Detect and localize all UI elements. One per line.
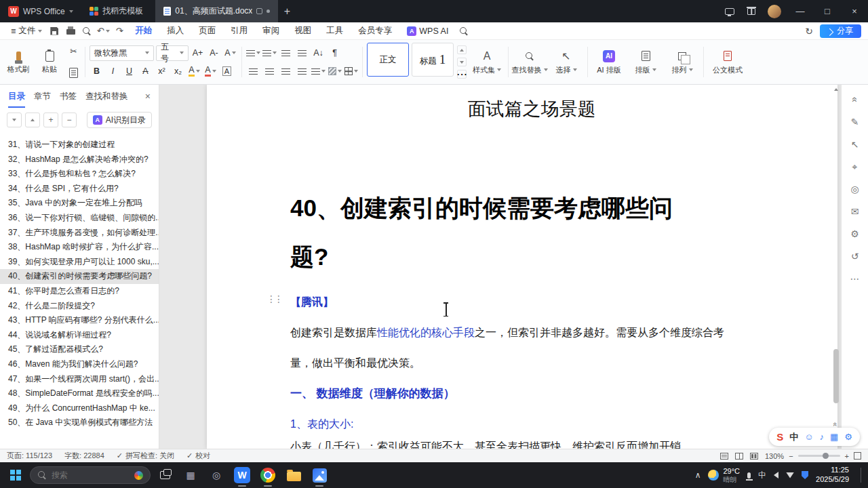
toc-expand-button[interactable]: + xyxy=(43,113,58,127)
clear-format-button[interactable]: A xyxy=(223,46,237,60)
tab-review[interactable]: 审阅 xyxy=(255,22,287,40)
settings-tool-icon[interactable]: ⚙ xyxy=(848,227,862,241)
highlight-color-button[interactable]: A xyxy=(187,64,201,79)
select-tool-icon[interactable]: ↖ xyxy=(848,138,862,151)
style-scroll-down-button[interactable] xyxy=(457,58,467,66)
tab-find-replace[interactable]: 查找和替换 xyxy=(85,91,128,102)
toc-item[interactable]: 43、HTTP 响应码有哪些? 分别代表什么... xyxy=(0,313,159,328)
toc-item[interactable]: 47、如果一个线程两次调用 start()，会出... xyxy=(0,372,159,387)
inline-link[interactable]: 性能优化的核心手段 xyxy=(377,327,475,338)
align-center-button[interactable] xyxy=(262,64,277,79)
ai-recognize-toc-button[interactable]: A AI识别目录 xyxy=(87,112,152,128)
volume-icon[interactable] xyxy=(774,472,778,479)
copy-button[interactable] xyxy=(66,66,81,80)
subscript-button[interactable]: x₂ xyxy=(171,64,185,79)
style-body[interactable]: 正文 xyxy=(367,43,409,77)
undo-button[interactable]: ↶ xyxy=(95,24,111,39)
toc-filter-button[interactable] xyxy=(7,113,22,127)
tab-member[interactable]: 会员专享 xyxy=(351,22,399,40)
page-view-icon[interactable] xyxy=(720,453,728,460)
show-desktop-button[interactable] xyxy=(861,468,861,483)
document-page[interactable]: 面试篇之场景题 40、创建索引的时候需要考虑哪些问 题? 【腾讯】 创建索引是数… xyxy=(207,85,837,449)
font-color-button[interactable]: A xyxy=(203,64,218,79)
font-size-select[interactable]: 五号 xyxy=(156,45,189,61)
tab-chapters[interactable]: 章节 xyxy=(34,91,51,102)
annotate-pen-icon[interactable]: ✎ xyxy=(848,115,862,129)
tab-insert[interactable]: 插入 xyxy=(159,22,191,40)
toc-item[interactable]: 40、创建索引的时候需要考虑哪些问题? xyxy=(0,269,159,284)
emoji-picker-icon[interactable]: ☺ xyxy=(804,432,813,442)
wps-writer-app[interactable]: W xyxy=(231,464,254,487)
align-left-button[interactable] xyxy=(246,64,260,79)
maximize-button[interactable]: □ xyxy=(814,0,841,22)
style-gallery-more-button[interactable]: ⋯ xyxy=(457,70,467,79)
bullet-list-button[interactable] xyxy=(246,46,260,60)
font-family-select[interactable]: 微软雅黑 xyxy=(90,45,154,61)
align-right-button[interactable] xyxy=(279,64,293,79)
toc-item[interactable]: 41、你平时是怎么查看日志的? xyxy=(0,284,159,299)
format-painter-button[interactable]: 格式刷 xyxy=(4,43,33,81)
bold-button[interactable]: B xyxy=(90,64,104,79)
tab-tools[interactable]: 工具 xyxy=(319,22,351,40)
close-button[interactable]: × xyxy=(841,0,868,22)
fit-page-icon[interactable] xyxy=(854,452,861,460)
double-page-view-icon[interactable] xyxy=(735,453,743,460)
find-replace-button[interactable]: 查找替换 xyxy=(513,43,547,81)
tab-wps-ai[interactable]: A WPS AI xyxy=(399,22,456,40)
cut-button[interactable]: ✂ xyxy=(66,44,81,58)
paragraph-mark-button[interactable]: ¶ xyxy=(328,46,342,60)
sogou-logo-icon[interactable]: S xyxy=(776,431,783,443)
numbered-list-button[interactable] xyxy=(262,46,277,60)
toc-item[interactable]: 35、Java 中的对象一定在堆上分配吗 xyxy=(0,196,159,211)
print-preview-button[interactable] xyxy=(79,24,95,39)
shading-button[interactable] xyxy=(328,64,342,79)
paste-button[interactable]: 粘贴 xyxy=(35,43,64,81)
paragraph-drag-handle[interactable]: ⋮⋮ xyxy=(267,293,281,304)
share-button[interactable]: 分享 xyxy=(820,24,861,38)
zoom-in-button[interactable]: + xyxy=(845,452,849,460)
close-pane-button[interactable]: × xyxy=(145,91,151,102)
clock[interactable]: 11:25 2025/5/29 xyxy=(816,466,849,485)
toc-item[interactable]: 33、什么是拆包和粘包？怎么解决? xyxy=(0,167,159,182)
toc-locate-button[interactable] xyxy=(25,113,40,127)
toc-item[interactable]: 46、Maven 能为我们解决什么问题? xyxy=(0,357,159,372)
toc-collapse-button[interactable]: − xyxy=(62,113,77,127)
tab-page[interactable]: 页面 xyxy=(191,22,223,40)
soft-keyboard-icon[interactable]: ▦ xyxy=(830,432,838,442)
select-button[interactable]: ↖ 选择 xyxy=(549,43,583,81)
word-count[interactable]: 字数: 22884 xyxy=(64,451,104,461)
user-avatar[interactable] xyxy=(768,5,781,18)
tab-bookmarks[interactable]: 书签 xyxy=(60,91,77,102)
task-view-button[interactable] xyxy=(153,464,176,487)
proofread-tool-icon[interactable]: ◎ xyxy=(848,182,862,196)
web-view-icon[interactable] xyxy=(750,453,758,460)
strikethrough-button[interactable]: A xyxy=(138,64,153,79)
network-icon[interactable] xyxy=(786,472,794,479)
file-explorer-app[interactable] xyxy=(282,464,305,487)
superscript-button[interactable]: x² xyxy=(155,64,169,79)
scrollbar-thumb[interactable] xyxy=(833,349,839,403)
ime-toolbox-icon[interactable]: ⚙ xyxy=(844,432,852,442)
app-icon-1[interactable]: ▦ xyxy=(179,464,202,487)
weather-widget[interactable]: 29°C晴朗 xyxy=(708,467,740,483)
app-icon-2[interactable]: ◎ xyxy=(205,464,228,487)
redo-button[interactable]: ↷ xyxy=(111,24,127,39)
toc-item[interactable]: 42、什么是二阶段提交? xyxy=(0,299,159,314)
save-button[interactable] xyxy=(46,24,62,39)
zoom-slider[interactable] xyxy=(798,455,840,457)
sort-button[interactable]: A↓ xyxy=(311,46,326,60)
zoom-out-button[interactable]: − xyxy=(789,452,793,460)
increase-font-button[interactable]: A+ xyxy=(191,46,205,60)
toc-item[interactable]: 36、说一下你对行锁、临键锁、间隙锁的... xyxy=(0,211,159,226)
window-switch-icon[interactable] xyxy=(719,0,741,22)
page-indicator[interactable]: 页面: 115/123 xyxy=(7,451,52,461)
toc-item[interactable]: 44、说说域名解析详细过程? xyxy=(0,328,159,343)
increase-indent-button[interactable] xyxy=(295,46,309,60)
style-scroll-up-button[interactable] xyxy=(457,45,467,54)
toc-item[interactable]: 50、在 Java 中实现单例模式有哪些方法 xyxy=(0,415,159,430)
toc-item[interactable]: 34、什么是 SPI，它有什么用? xyxy=(0,182,159,197)
toc-item[interactable]: 32、HashMap 是怎么解决哈希冲突的? xyxy=(0,152,159,167)
tab-references[interactable]: 引用 xyxy=(223,22,255,40)
photos-app[interactable] xyxy=(308,464,331,487)
feedback-tool-icon[interactable]: ✉ xyxy=(848,205,862,218)
